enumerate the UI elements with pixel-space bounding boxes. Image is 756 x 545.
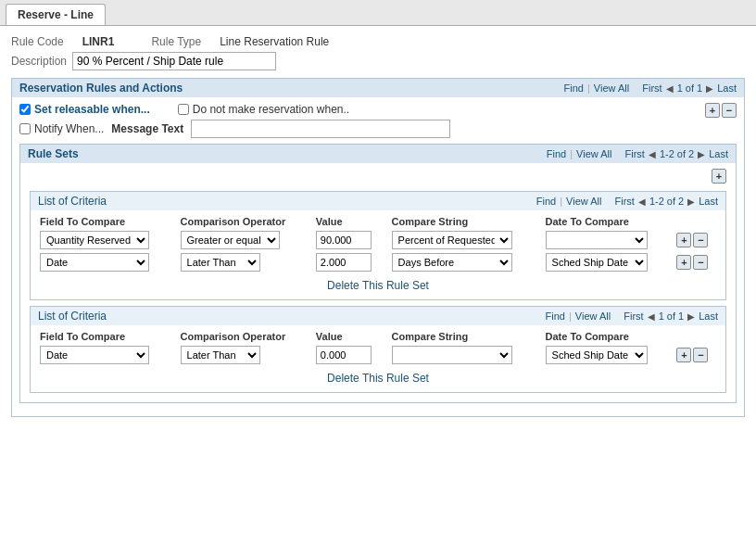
col-value-2: Value	[312, 329, 388, 344]
date-to-compare-select-1-1[interactable]: Sched Ship Date Order Date	[546, 231, 648, 249]
reservation-find-link[interactable]: Find	[564, 82, 584, 94]
rule-code-label: Rule Code	[11, 35, 64, 48]
criteria-2-prev-btn[interactable]: ◀	[648, 311, 655, 322]
reservation-view-all-link[interactable]: View All	[594, 82, 629, 94]
table-row: Date Quantity Reserved Later Than Earlie	[36, 344, 720, 366]
criteria-2-last-label: Last	[699, 311, 718, 322]
rule-sets-find-link[interactable]: Find	[547, 148, 566, 159]
checkbox-row-top: Set releasable when... Do not make reser…	[19, 103, 450, 116]
criteria-1-row-2-remove-btn[interactable]: −	[693, 255, 708, 270]
col-date-to-compare-1: Date To Compare	[542, 214, 674, 229]
criteria-1-nav: Find | View All First ◀ 1-2 of 2 ▶ Last	[536, 196, 718, 207]
reservation-section-content: Set releasable when... Do not make reser…	[12, 97, 744, 416]
field-to-compare-select-1-2[interactable]: Date Quantity Reserved	[40, 253, 149, 272]
rule-sets-content: + List of Criteria Find | View All First	[20, 163, 736, 402]
rule-code-value: LINR1	[82, 35, 115, 48]
reservation-last-label: Last	[717, 82, 737, 94]
rule-sets-prev-btn[interactable]: ◀	[649, 149, 656, 159]
rule-sets-view-all-link[interactable]: View All	[576, 148, 611, 159]
set-releasable-checkbox[interactable]	[19, 104, 31, 115]
criteria-1-last-label: Last	[699, 196, 718, 207]
reservation-prev-btn[interactable]: ◀	[666, 83, 674, 94]
criteria-1-row-1-add-btn[interactable]: +	[676, 233, 691, 247]
notify-label: Notify When...	[34, 122, 104, 135]
criteria-1-first-label: First	[615, 196, 635, 207]
rule-sets-add-btn[interactable]: +	[712, 169, 726, 184]
col-compare-string-2: Compare String	[388, 329, 542, 344]
rule-sets-section: Rule Sets Find | View All First ◀ 1-2 of…	[19, 144, 737, 403]
reservation-section-title: Reservation Rules and Actions	[19, 82, 183, 95]
criteria-list-2: List of Criteria Find | View All First ◀…	[30, 306, 726, 393]
reservation-section-nav: Find | View All First ◀ 1 of 1 ▶ Last	[564, 82, 737, 94]
criteria-2-row-1-add-btn[interactable]: +	[676, 348, 691, 362]
notify-checkbox[interactable]	[19, 123, 31, 134]
criteria-2-table: Field To Compare Comparison Operator Val…	[36, 329, 720, 366]
tab-bar: Reserve - Line	[0, 0, 756, 26]
set-releasable-item: Set releasable when...	[19, 103, 150, 116]
comparison-operator-select-2-1[interactable]: Later Than Earlier Than Equal	[181, 346, 260, 364]
col-field-to-compare-1: Field To Compare	[36, 214, 177, 229]
header-info-row: Rule Code LINR1 Rule Type Line Reservati…	[11, 35, 745, 48]
table-row: Quantity Reserved Date Greater or equal	[36, 229, 720, 251]
date-to-compare-select-1-2[interactable]: Sched Ship Date Order Date	[546, 253, 648, 272]
reservation-page-info: 1 of 1	[677, 82, 703, 94]
rule-type-label: Rule Type	[151, 35, 201, 48]
tab-reserve-line[interactable]: Reserve - Line	[6, 4, 106, 25]
value-input-2-1[interactable]	[316, 346, 372, 364]
col-value-1: Value	[312, 214, 388, 229]
criteria-1-next-btn[interactable]: ▶	[687, 196, 695, 207]
col-compare-string-1: Compare String	[388, 214, 542, 229]
rule-sets-plus-section: +	[26, 167, 730, 185]
criteria-list-1: List of Criteria Find | View All First ◀…	[30, 191, 726, 300]
criteria-2-view-all-link[interactable]: View All	[575, 311, 611, 322]
col-date-to-compare-2: Date To Compare	[542, 329, 674, 344]
rule-sets-first-label: First	[625, 148, 645, 159]
table-row: Date Quantity Reserved Later Than Earlie	[36, 251, 720, 273]
col-field-to-compare-2: Field To Compare	[36, 329, 177, 344]
value-input-1-2[interactable]	[316, 253, 372, 272]
criteria-1-prev-btn[interactable]: ◀	[638, 196, 646, 207]
criteria-1-content: Field To Compare Comparison Operator Val…	[31, 210, 725, 299]
date-to-compare-select-2-1[interactable]: Sched Ship Date Order Date	[546, 346, 648, 364]
do-not-reserve-checkbox[interactable]	[178, 104, 189, 115]
criteria-2-next-btn[interactable]: ▶	[687, 311, 695, 322]
compare-string-select-1-1[interactable]: Percent of Requested Days Before	[392, 231, 512, 249]
criteria-1-find-link[interactable]: Find	[536, 196, 556, 207]
comparison-operator-select-1-2[interactable]: Later Than Earlier Than Equal	[181, 253, 260, 272]
criteria-2-nav: Find | View All First ◀ 1 of 1 ▶ Last	[546, 311, 718, 322]
description-input[interactable]	[72, 52, 276, 70]
criteria-1-table: Field To Compare Comparison Operator Val…	[36, 214, 720, 273]
rule-sets-nav: Find | View All First ◀ 1-2 of 2 ▶ Last	[547, 148, 728, 159]
criteria-2-title: List of Criteria	[38, 310, 107, 323]
do-not-reserve-item: Do not make reservation when..	[178, 103, 349, 116]
delete-rule-set-1-link[interactable]: Delete This Rule Set	[36, 279, 720, 292]
compare-string-select-2-1[interactable]: Days Before Percent of Requested	[392, 346, 512, 364]
field-to-compare-select-2-1[interactable]: Date Quantity Reserved	[40, 346, 149, 364]
reservation-add-btn[interactable]: +	[705, 103, 720, 118]
do-not-reserve-label: Do not make reservation when..	[193, 103, 349, 116]
reservation-remove-btn[interactable]: −	[722, 103, 737, 118]
criteria-1-view-all-link[interactable]: View All	[566, 196, 601, 207]
reservation-section-header: Reservation Rules and Actions Find | Vie…	[12, 79, 744, 97]
rule-sets-page-info: 1-2 of 2	[660, 148, 694, 159]
reservation-next-btn[interactable]: ▶	[706, 83, 713, 94]
comparison-operator-select-1-1[interactable]: Greater or equal Less than Equal	[181, 231, 280, 249]
criteria-1-row-2-add-btn[interactable]: +	[676, 255, 691, 270]
col-comparison-operator-1: Comparison Operator	[177, 214, 312, 229]
rule-sets-header: Rule Sets Find | View All First ◀ 1-2 of…	[20, 145, 736, 163]
rule-sets-next-btn[interactable]: ▶	[698, 149, 705, 159]
rule-sets-title: Rule Sets	[28, 147, 79, 160]
value-input-1-1[interactable]	[316, 231, 372, 249]
page-container: Rule Code LINR1 Rule Type Line Reservati…	[0, 26, 756, 434]
criteria-2-find-link[interactable]: Find	[546, 311, 565, 322]
delete-rule-set-2-link[interactable]: Delete This Rule Set	[36, 372, 720, 385]
col-comparison-operator-2: Comparison Operator	[177, 329, 312, 344]
compare-string-select-1-2[interactable]: Days Before Percent of Requested	[392, 253, 512, 272]
field-to-compare-select-1-1[interactable]: Quantity Reserved Date	[40, 231, 149, 249]
message-text-input[interactable]	[191, 120, 450, 138]
notify-item: Notify When...	[19, 122, 104, 135]
reservation-first-label: First	[642, 82, 662, 94]
criteria-2-header: List of Criteria Find | View All First ◀…	[31, 307, 725, 325]
criteria-1-row-1-remove-btn[interactable]: −	[693, 233, 708, 247]
criteria-2-row-1-remove-btn[interactable]: −	[693, 348, 708, 362]
